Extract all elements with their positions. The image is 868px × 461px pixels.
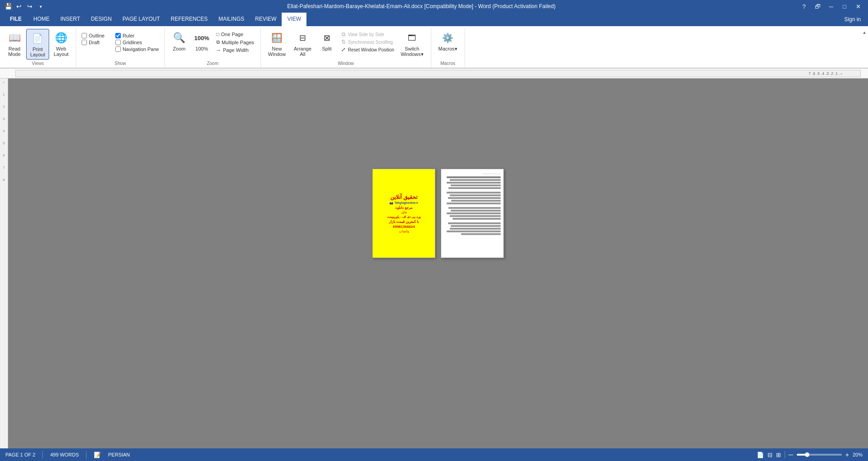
tab-file[interactable]: FILE	[4, 13, 28, 26]
sync-scrolling-label: Synchronous Scrolling	[348, 40, 393, 45]
tab-references[interactable]: REFERENCES	[165, 13, 213, 26]
draft-checkbox[interactable]: Draft	[80, 39, 106, 46]
zoom-in-btn[interactable]: +	[845, 451, 849, 458]
tab-home[interactable]: HOME	[28, 13, 55, 26]
view-side-by-side-button[interactable]: ⧉ View Side by Side	[338, 31, 396, 38]
tab-insert[interactable]: INSERT	[55, 13, 86, 26]
gridlines-checkbox[interactable]: Gridlines	[114, 39, 161, 46]
web-layout-button[interactable]: 🌐 WebLayout	[50, 29, 72, 59]
ruler-check[interactable]	[115, 33, 121, 38]
draft-check[interactable]	[82, 40, 87, 45]
one-page-label: One Page	[221, 32, 243, 37]
arrange-all-button[interactable]: ⊟ ArrangeAll	[290, 29, 315, 59]
show-checkboxes: Outline Draft Ruler Gridlines	[80, 29, 161, 52]
web-layout-icon: 🌐	[54, 31, 69, 45]
language-label: PERSIAN	[108, 452, 130, 457]
proofing-icon: 📝	[94, 452, 101, 458]
text-line-18	[450, 228, 501, 230]
document-area[interactable]: تحقیق آنلاین Tahghighonline.ir 📷 مرجع دا…	[8, 78, 868, 452]
split-icon: ⊠	[320, 31, 334, 45]
tab-mailings[interactable]: MAILINGS	[213, 13, 250, 26]
maximize-button[interactable]: □	[838, 0, 851, 13]
new-window-button[interactable]: 🪟 NewWindow	[265, 29, 289, 59]
reset-window-icon: ⤢	[340, 46, 347, 53]
zoom-track	[797, 454, 806, 456]
print-layout-label: PrintLayout	[30, 46, 45, 57]
zoom-slider[interactable]	[797, 454, 842, 456]
title-icons: 💾 ↩ ↪ ▾	[4, 2, 45, 11]
layout-page-icon[interactable]: ⊞	[776, 452, 781, 458]
text-line-12	[451, 210, 501, 212]
page-width-icon: ↔	[216, 47, 221, 53]
horizontal-ruler: 7 . 6 . 5 . 4 . 3 . 2 . 1 . ⬦	[15, 70, 861, 77]
proofing-icon-item[interactable]: 📝	[94, 452, 101, 458]
tab-page-layout[interactable]: PAGE LAYOUT	[117, 13, 165, 26]
language-status[interactable]: PERSIAN	[108, 452, 130, 457]
read-mode-button[interactable]: 📖 ReadMode	[4, 29, 25, 59]
macros-group: ⚙️ Macros▾ Macros	[431, 28, 465, 68]
one-page-button[interactable]: □ One Page	[214, 31, 257, 38]
page-1-content: تحقیق آنلاین Tahghighonline.ir 📷 مرجع دا…	[373, 169, 435, 258]
reset-window-button[interactable]: ⤢ Reset Window Position	[338, 46, 396, 53]
window-controls: ? 🗗 ─ □ ✕	[798, 0, 864, 13]
left-ruler-6: 6	[3, 153, 5, 157]
switch-windows-button[interactable]: 🗔 SwitchWindows▾	[397, 29, 427, 59]
web-layout-label: WebLayout	[54, 46, 69, 57]
layout-normal-icon[interactable]: 📄	[757, 452, 764, 458]
layout-grid-icon[interactable]: ⊟	[767, 452, 772, 458]
left-ruler-4: 4	[3, 129, 5, 133]
ruler-mark-5: 5 .	[818, 71, 822, 76]
page-count[interactable]: PAGE 1 OF 2	[5, 452, 35, 457]
window-buttons: 🪟 NewWindow ⊟ ArrangeAll ⊠ Split ⧉ View …	[265, 29, 427, 60]
page-2-header: ............ ............	[444, 172, 501, 175]
promo-phone: 09981366624	[393, 225, 415, 229]
quick-access-customize[interactable]: ▾	[36, 2, 45, 11]
text-line-8	[448, 197, 501, 199]
minimize-button[interactable]: ─	[825, 0, 837, 13]
help-button[interactable]: ?	[798, 0, 810, 13]
split-button[interactable]: ⊠ Split	[316, 29, 338, 53]
tab-view[interactable]: VIEW	[282, 13, 306, 26]
macros-button[interactable]: ⚙️ Macros▾	[435, 29, 461, 54]
print-layout-button[interactable]: 📄 PrintLayout	[26, 29, 49, 60]
left-ruler-top-marker: ⌐	[3, 80, 5, 84]
sync-scrolling-button[interactable]: ⇅ Synchronous Scrolling	[338, 38, 396, 46]
zoom-out-btn[interactable]: ─	[789, 451, 793, 458]
tab-bar: FILE HOME INSERT DESIGN PAGE LAYOUT REFE…	[0, 13, 868, 26]
page-width-button[interactable]: ↔ Page Width	[214, 46, 257, 54]
sign-in-button[interactable]: Sign in	[837, 13, 868, 26]
word-count[interactable]: 499 WORDS	[50, 452, 79, 457]
text-line-16	[448, 222, 501, 224]
text-line-15	[452, 218, 501, 220]
text-line-2	[450, 179, 501, 181]
zoom-100-icon: 100%	[195, 31, 209, 45]
text-line-4	[451, 184, 501, 186]
promo-price: با کمترین قیمت بازار	[389, 220, 419, 224]
tab-design[interactable]: DESIGN	[86, 13, 117, 26]
zoom-group: 🔍 Zoom 100% 100% □ One Page ⧉ Multiple P…	[165, 28, 261, 68]
ruler-checkbox[interactable]: Ruler	[114, 32, 161, 39]
promo-formats: ورد-پی دی اف - پاورپوینت	[387, 215, 420, 219]
outline-check[interactable]	[82, 33, 87, 38]
text-line-9	[451, 200, 501, 202]
nav-pane-checkbox[interactable]: Navigation Pane	[114, 46, 161, 52]
text-line-17	[451, 225, 501, 227]
page-count-label: PAGE 1 OF 2	[5, 452, 35, 457]
ribbon-collapse-button[interactable]: ▲	[861, 29, 868, 36]
zoom-100-button[interactable]: 100% 100%	[191, 29, 213, 53]
tab-review[interactable]: REVIEW	[250, 13, 282, 26]
outline-checkbox[interactable]: Outline	[80, 32, 106, 39]
left-ruler-8: 8	[3, 178, 5, 182]
quick-access-redo[interactable]: ↪	[25, 2, 34, 11]
zoom-button[interactable]: 🔍 Zoom	[169, 29, 190, 53]
close-button[interactable]: ✕	[852, 0, 864, 13]
ribbon-content: 📖 ReadMode 📄 PrintLayout 🌐 WebLayout Vie…	[0, 26, 868, 68]
multiple-pages-button[interactable]: ⧉ Multiple Pages	[214, 38, 257, 46]
gridlines-check[interactable]	[115, 40, 121, 45]
views-group-label: Views	[30, 60, 46, 67]
nav-pane-check[interactable]	[115, 46, 121, 52]
zoom-buttons: 🔍 Zoom 100% 100% □ One Page ⧉ Multiple P…	[169, 29, 257, 60]
quick-access-undo[interactable]: ↩	[14, 2, 23, 11]
restore-button[interactable]: 🗗	[811, 0, 824, 13]
quick-access-save[interactable]: 💾	[4, 2, 13, 11]
